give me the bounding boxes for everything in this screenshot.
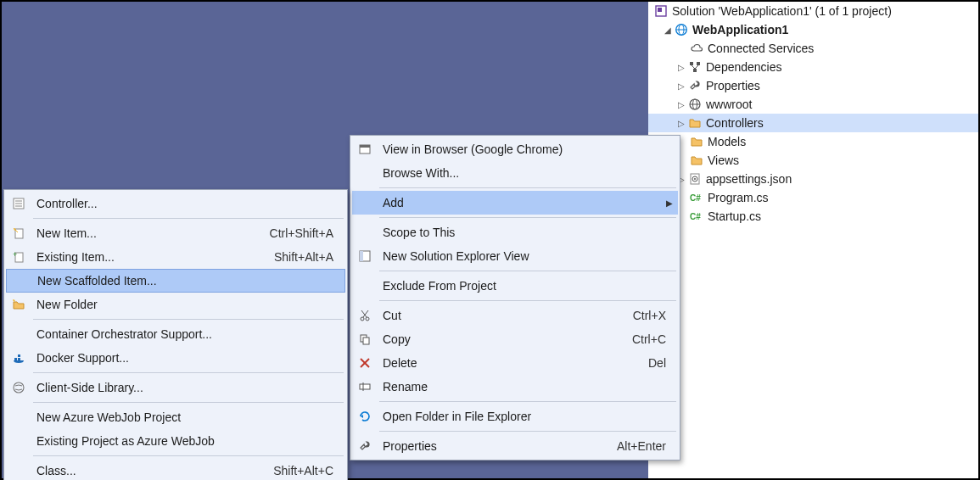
menu-separator [379,431,676,432]
menu-existing-item[interactable]: + Existing Item... Shift+Alt+A [6,245,345,269]
expander-closed-icon[interactable]: ▷ [675,98,687,110]
menu-label: Class... [31,464,256,477]
wwwroot-node[interactable]: ▷ wwwroot [648,95,978,114]
svg-text:+: + [13,250,17,259]
menu-label: Controller... [31,197,333,210]
menu-label: Open Folder in File Explorer [378,410,666,423]
menu-properties[interactable]: Properties Alt+Enter [352,434,678,458]
views-node[interactable]: Views [648,151,978,170]
dependencies-node[interactable]: ▷ Dependencies [648,58,978,76]
cloud-icon [689,41,704,56]
menu-label: Browse With... [378,166,666,180]
csharp-file-icon: C# [689,190,704,205]
solution-title: Solution 'WebApplication1' (1 of 1 proje… [672,4,892,18]
blank-icon [352,274,378,298]
menu-separator [379,217,676,218]
cut-icon [352,304,378,327]
menu-shortcut: Del [631,356,666,370]
node-label: appsettings.json [706,172,792,186]
menu-class[interactable]: Class... Shift+Alt+C [6,459,345,480]
menu-browse-with[interactable]: Browse With... [352,161,678,185]
program-cs-node[interactable]: C# Program.cs [648,188,978,207]
folder-icon [689,153,704,168]
blank-icon [6,322,31,346]
wrench-icon [687,78,703,93]
menu-shortcut: Alt+Enter [600,439,666,453]
menu-controller[interactable]: Controller... [6,192,345,215]
svg-rect-43 [14,358,17,360]
project-node[interactable]: ◢ WebApplication1 [648,20,978,39]
new-item-icon [6,221,31,245]
menu-shortcut: Ctrl+C [615,332,666,346]
menu-label: New Folder [31,298,333,311]
menu-new-solution-explorer-view[interactable]: New Solution Explorer View [352,244,678,268]
menu-scope-to-this[interactable]: Scope to This [352,220,678,244]
new-folder-icon [6,293,31,316]
globe-icon [687,97,703,112]
menu-exclude-from-project[interactable]: Exclude From Project [352,274,678,298]
menu-container-orchestrator-support[interactable]: Container Orchestrator Support... [6,322,345,346]
menu-delete[interactable]: Delete Del [352,351,678,375]
menu-docker-support[interactable]: Docker Support... [6,346,345,370]
svg-rect-30 [360,384,370,389]
menu-client-side-library[interactable]: Client-Side Library... [6,376,345,399]
node-label: Program.cs [708,191,769,204]
copy-icon [352,327,378,351]
menu-label: Existing Project as Azure WebJob [31,434,333,448]
dependencies-icon [687,59,703,75]
appsettings-node[interactable]: ▷ appsettings.json [648,170,978,188]
menu-separator [33,319,344,320]
menu-view-in-browser[interactable]: View in Browser (Google Chrome) [352,137,678,161]
project-label: WebApplication1 [692,23,788,36]
menu-copy[interactable]: Copy Ctrl+C [352,327,678,351]
menu-separator [33,455,344,456]
menu-new-item[interactable]: New Item... Ctrl+Shift+A [6,221,345,245]
menu-label: Client-Side Library... [31,381,333,394]
svg-rect-19 [360,145,370,148]
menu-separator [33,402,344,403]
menu-label: Delete [378,356,631,370]
connected-services-node[interactable]: Connected Services [648,39,978,58]
menu-cut[interactable]: Cut Ctrl+X [352,304,678,327]
expander-closed-icon[interactable]: ▷ [675,61,687,73]
blank-icon [6,429,31,453]
expander-closed-icon[interactable]: ▷ [675,80,687,92]
menu-separator [379,271,676,271]
menu-rename[interactable]: Rename [352,375,678,399]
blank-icon [352,191,378,215]
svg-line-9 [695,65,698,69]
solution-node[interactable]: Solution 'WebApplication1' (1 of 1 proje… [648,2,978,20]
svg-rect-27 [363,338,369,344]
menu-label: Add [378,196,666,209]
menu-open-folder-in-explorer[interactable]: Open Folder in File Explorer [352,405,678,428]
svg-rect-5 [690,62,693,65]
folder-icon [687,115,703,131]
menu-separator [379,187,676,188]
menu-existing-project-as-azure-webjob[interactable]: Existing Project as Azure WebJob [6,429,345,453]
properties-node[interactable]: ▷ Properties [648,76,978,95]
menu-add[interactable]: Add ▶ [352,191,678,215]
svg-text:C#: C# [690,212,701,221]
json-file-icon [687,171,703,187]
controllers-node[interactable]: ▷ Controllers [648,114,978,132]
menu-new-scaffolded-item[interactable]: New Scaffolded Item... [6,269,345,293]
browser-icon [352,137,378,161]
menu-new-folder[interactable]: New Folder [6,293,345,316]
node-label: Views [708,153,739,167]
expander-open-icon[interactable]: ◢ [662,24,674,36]
svg-line-8 [692,65,695,69]
solution-explorer-panel: Solution 'WebApplication1' (1 of 1 proje… [648,2,978,478]
menu-label: Rename [378,380,666,393]
svg-rect-6 [697,62,700,65]
expander-closed-icon[interactable]: ▷ [675,117,687,129]
wrench-icon [352,434,378,458]
library-icon [6,376,31,399]
context-menu-primary: View in Browser (Google Chrome) Browse W… [350,135,680,460]
menu-label: Scope to This [378,226,666,239]
menu-label: New Solution Explorer View [378,249,666,263]
startup-cs-node[interactable]: C# Startup.cs [648,207,978,226]
aspnet-project-icon [674,22,689,37]
menu-new-azure-webjob-project[interactable]: New Azure WebJob Project [6,405,345,429]
menu-label: View in Browser (Google Chrome) [378,142,666,156]
models-node[interactable]: Models [648,132,978,151]
